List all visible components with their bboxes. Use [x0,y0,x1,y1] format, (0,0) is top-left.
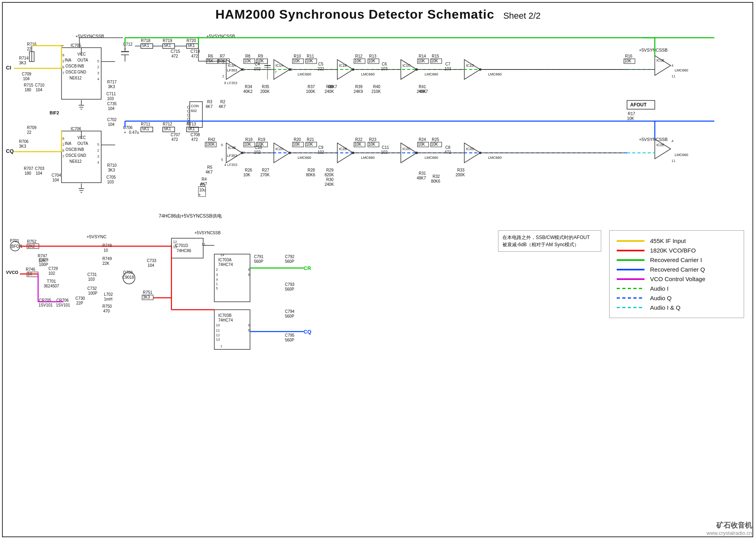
svg-text:3K3: 3K3 [108,168,115,172]
svg-text:1SV101: 1SV101 [38,303,53,307]
svg-text:R751: R751 [143,290,152,295]
legend-item-green: Recovered Carrier I [617,256,737,263]
svg-text:R749: R749 [102,256,112,261]
svg-text:R748: R748 [102,243,112,248]
svg-text:R720: R720 [187,39,196,43]
svg-text:3: 3 [97,154,99,158]
svg-text:C704: C704 [52,173,61,177]
svg-text:R13: R13 [369,54,377,58]
svg-text:C794: C794 [285,309,294,314]
svg-text:R12: R12 [355,54,363,58]
svg-text:4: 4 [671,139,673,143]
svg-text:3: 3 [216,273,218,277]
legend-label-blue-dashed: Audio Q [650,295,671,301]
svg-text:R19: R19 [258,137,265,142]
svg-text:200K: 200K [260,89,270,94]
svg-text:104: 104 [108,106,115,111]
svg-text:R10: R10 [294,54,301,58]
legend-item-green-dashed: Audio I [617,285,737,292]
svg-text:472: 472 [191,137,198,142]
legend-label-cyan-dashed: Audio I & Q [650,304,681,311]
svg-text:7: 7 [62,71,64,75]
svg-text:560P: 560P [285,314,294,318]
svg-text:1: 1 [62,59,64,63]
svg-text:P701: P701 [10,239,19,243]
svg-text:2: 2 [222,74,224,78]
svg-text:C6: C6 [382,62,387,66]
svg-text:4K7: 4K7 [206,104,213,109]
legend-item-red: 1820K VCO/BFO [617,247,737,254]
svg-text:LMC660: LMC660 [488,156,502,160]
legend-line-red [617,250,644,251]
svg-text:R709: R709 [27,125,37,130]
svg-text:R715: R715 [24,83,33,87]
svg-text:+: + [124,130,126,135]
svg-text:IC706: IC706 [71,127,81,131]
svg-text:R750: R750 [102,304,112,309]
svg-text:8 LF353: 8 LF353 [224,81,237,85]
svg-text:+5VSYNCSSB: +5VSYNCSSB [194,231,221,235]
svg-text:C735: C735 [107,102,117,106]
svg-text:C706: C706 [123,125,133,130]
svg-text:13: 13 [216,338,220,341]
svg-text:560P: 560P [285,259,294,264]
svg-text:R20: R20 [294,137,301,142]
legend-item-blue: Recovered Carrier Q [617,266,737,273]
circuit-note: 在本电路之外，SSB/CW模式时的AFOUT 被衰减-6dB（相对于AM Syn… [498,230,601,252]
svg-text:C791: C791 [254,255,264,259]
svg-text:10K: 10K [418,59,425,63]
svg-text:R8: R8 [245,54,250,58]
svg-text:3: 3 [97,71,99,75]
svg-text:10u: 10u [199,188,206,192]
svg-text:OSCE: OSCE [65,153,77,158]
svg-text:R6: R6 [208,54,213,58]
svg-text:10K: 10K [368,142,375,147]
svg-text:+5VSYNC: +5VSYNC [87,234,106,239]
svg-text:C792: C792 [285,255,294,259]
svg-text:LMC660: LMC660 [361,156,375,160]
svg-text:22K: 22K [102,261,110,266]
svg-text:11: 11 [671,159,675,163]
svg-text:8: 8 [62,53,64,57]
svg-text:C705: C705 [106,175,116,179]
svg-text:+: + [198,193,201,197]
svg-text:2: 2 [216,268,218,272]
svg-text:2: 2 [97,148,99,152]
svg-text:4: 4 [671,64,673,68]
svg-text:R710: R710 [107,163,117,168]
svg-point-221 [187,110,190,112]
svg-text:C7: C7 [445,62,450,66]
svg-text:CR: CR [304,265,311,271]
svg-point-448 [289,152,291,154]
svg-point-446 [479,68,481,71]
svg-text:R35: R35 [262,85,269,89]
legend-label-magenta: VCO Control Voltage [650,276,705,282]
svg-point-222 [187,114,190,116]
signal-legend: 455K IF Input 1820K VCO/BFO Recovered Ca… [609,230,744,318]
svg-text:7: 7 [220,345,222,349]
svg-text:102: 102 [48,271,55,276]
svg-text:180: 180 [25,88,31,92]
svg-text:IC1A: IC1A [275,64,283,68]
svg-text:3K3: 3K3 [19,144,26,148]
svg-text:IC1B: IC1B [339,64,347,68]
svg-point-444 [352,68,354,71]
svg-text:222: 222 [317,67,324,71]
svg-text:10K: 10K [293,59,300,63]
svg-text:100P: 100P [39,262,48,267]
svg-text:3624507: 3624507 [44,284,59,288]
svg-text:10K: 10K [306,59,313,63]
svg-text:10K: 10K [244,59,251,63]
svg-text:INA: INA [65,141,71,146]
svg-point-223 [187,118,190,120]
legend-line-blue [617,269,644,270]
svg-text:100K: 100K [206,142,215,147]
svg-text:LMC660: LMC660 [361,72,375,76]
svg-text:R32: R32 [433,174,440,179]
svg-point-450 [416,152,418,154]
svg-text:R9: R9 [258,54,263,58]
svg-text:C715: C715 [171,49,180,54]
svg-text:472: 472 [191,54,198,58]
svg-text:C4: C4 [255,62,260,66]
svg-text:CQ: CQ [304,329,312,335]
